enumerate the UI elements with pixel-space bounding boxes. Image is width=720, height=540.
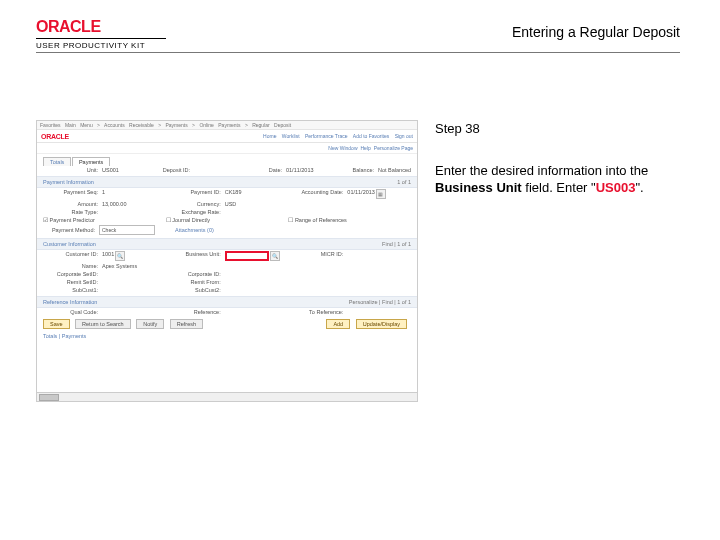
lbl-exchrate: Exchange Rate: xyxy=(166,209,225,215)
lbl-currency: Currency: xyxy=(166,201,225,207)
breadcrumb-bar[interactable]: Favorites Main Menu > Accounts Receivabl… xyxy=(37,121,417,130)
lbl-date: Date: xyxy=(227,167,286,173)
lbl-qual: Qual Code: xyxy=(43,309,102,315)
lookup-bu-icon[interactable]: 🔍 xyxy=(270,251,280,261)
step-label: Step 38 xyxy=(435,120,685,138)
select-pay-method[interactable]: Check xyxy=(99,225,155,235)
update-button[interactable]: Update/Display xyxy=(356,319,407,329)
val-balance: Not Balanced xyxy=(378,167,411,173)
lbl-micr: MICR ID: xyxy=(288,251,347,261)
lookup-icon[interactable]: 🔍 xyxy=(115,251,125,261)
input-amount[interactable]: 13,000.00 xyxy=(102,201,146,207)
section-payment-info-label: Payment Information xyxy=(43,179,94,185)
instruction-panel: Step 38 Enter the desired information in… xyxy=(435,120,685,197)
chk-payment-predictor[interactable]: ☑ Payment Predictor xyxy=(43,217,95,223)
lbl-balance: Balance: xyxy=(319,167,378,173)
lbl-payment-predictor: Payment Predictor xyxy=(50,217,95,223)
lbl-payseq: Payment Seq: xyxy=(43,189,102,199)
link-perf-trace[interactable]: Performance Trace xyxy=(305,133,348,139)
link-worklist[interactable]: Worklist xyxy=(282,133,300,139)
link-personalize[interactable]: Personalize Page xyxy=(374,145,413,151)
tab-totals[interactable]: Totals xyxy=(43,157,71,166)
lbl-reference: Reference: xyxy=(166,309,225,315)
instr-part1: Enter the desired information into the xyxy=(435,163,648,178)
lbl-to-reference: To Reference: xyxy=(288,309,347,315)
instr-field-name: Business Unit xyxy=(435,180,522,195)
link-attachments[interactable]: Attachments (0) xyxy=(175,227,214,233)
section-reference-info-label: Reference Information xyxy=(43,299,97,305)
lbl-acctdate: Accounting Date: xyxy=(288,189,347,199)
val-unit: US001 xyxy=(102,167,119,173)
calendar-icon[interactable]: ▦ xyxy=(376,189,386,199)
refresh-button[interactable]: Refresh xyxy=(170,319,203,329)
lbl-subcust1: SubCust1: xyxy=(43,287,102,293)
link-new-window[interactable]: New Window xyxy=(328,145,357,151)
notify-button[interactable]: Notify xyxy=(136,319,164,329)
app-screenshot: Favorites Main Menu > Accounts Receivabl… xyxy=(36,120,418,402)
instruction-text: Enter the desired information into the B… xyxy=(435,162,685,197)
save-button[interactable]: Save xyxy=(43,319,70,329)
action-bar: Save Return to Search Notify Refresh Add… xyxy=(37,316,417,332)
link-signout[interactable]: Sign out xyxy=(395,133,413,139)
row-counter-1: 1 of 1 xyxy=(397,179,411,185)
lbl-custid: Customer ID: xyxy=(43,251,102,261)
tab-strip: Totals Payments xyxy=(37,154,417,166)
instr-value: US003 xyxy=(596,180,636,195)
app-header: ORACLE Home Worklist Performance Trace A… xyxy=(37,130,417,143)
input-payid[interactable]: CK189 xyxy=(225,189,242,199)
lbl-corp-setid: Corporate SetID: xyxy=(43,271,102,277)
val-date: 01/11/2013 xyxy=(286,167,314,173)
val-payseq: 1 xyxy=(102,189,105,199)
input-business-unit[interactable] xyxy=(225,251,269,261)
title-rule xyxy=(36,52,680,53)
lbl-ratetype: Rate Type: xyxy=(43,209,102,215)
page-title: Entering a Regular Deposit xyxy=(512,24,680,40)
brand-block: ORACLE USER PRODUCTIVITY KIT xyxy=(36,18,166,50)
brand-subtitle: USER PRODUCTIVITY KIT xyxy=(36,38,166,50)
chk-journal-directly[interactable]: ☐ Journal Directly xyxy=(166,217,210,223)
lbl-business-unit: Business Unit: xyxy=(166,251,225,261)
top-links: Home Worklist Performance Trace Add to F… xyxy=(259,133,413,139)
instr-part2: field. Enter " xyxy=(522,180,596,195)
lbl-amount: Amount: xyxy=(43,201,102,207)
lbl-subcust2: SubCust2: xyxy=(166,287,225,293)
section-reference-info: Reference InformationPersonalize | Find … xyxy=(37,296,417,308)
tab-payments[interactable]: Payments xyxy=(72,157,110,166)
chk-range-ref[interactable]: ☐ Range of References xyxy=(288,217,347,223)
scrollbar-thumb[interactable] xyxy=(39,394,59,401)
input-custid[interactable]: 1001 xyxy=(102,251,114,261)
section-customer-info-label: Customer Information xyxy=(43,241,96,247)
lbl-pay-method: Payment Method: xyxy=(43,227,99,233)
lbl-remitfrom: Remit From: xyxy=(166,279,225,285)
lbl-remit-setid: Remit SetID: xyxy=(43,279,102,285)
input-currency[interactable]: USD xyxy=(225,201,237,207)
link-home[interactable]: Home xyxy=(263,133,276,139)
app-oracle-logo: ORACLE xyxy=(41,133,69,140)
instr-part3: ". xyxy=(635,180,643,195)
footer-tab-links[interactable]: Totals | Payments xyxy=(37,332,417,340)
return-button[interactable]: Return to Search xyxy=(75,319,131,329)
row-counter-2: Find | 1 of 1 xyxy=(382,241,411,247)
lbl-payid: Payment ID: xyxy=(166,189,225,199)
row-counter-3: Personalize | Find | 1 of 1 xyxy=(349,299,411,305)
link-help[interactable]: Help xyxy=(361,145,371,151)
sub-nav: New Window Help Personalize Page xyxy=(37,143,417,154)
input-acctdate[interactable]: 01/11/2013 xyxy=(347,189,375,199)
lbl-journal-directly: Journal Directly xyxy=(172,217,210,223)
lbl-deposit-id: Deposit ID: xyxy=(135,167,194,173)
val-name: Apex Systems xyxy=(102,263,137,269)
lbl-corpid: Corporate ID: xyxy=(166,271,225,277)
lbl-unit: Unit: xyxy=(43,167,102,173)
section-payment-info: Payment Information1 of 1 xyxy=(37,176,417,188)
section-customer-info: Customer InformationFind | 1 of 1 xyxy=(37,238,417,250)
summary-row: Unit:US001 Deposit ID: Date:01/11/2013 B… xyxy=(37,166,417,174)
add-button[interactable]: Add xyxy=(326,319,350,329)
horizontal-scrollbar[interactable] xyxy=(37,392,417,401)
link-add-fav[interactable]: Add to Favorites xyxy=(353,133,389,139)
oracle-logo: ORACLE xyxy=(36,18,166,36)
lbl-name: Name: xyxy=(43,263,102,269)
lbl-range-ref: Range of References xyxy=(295,217,347,223)
